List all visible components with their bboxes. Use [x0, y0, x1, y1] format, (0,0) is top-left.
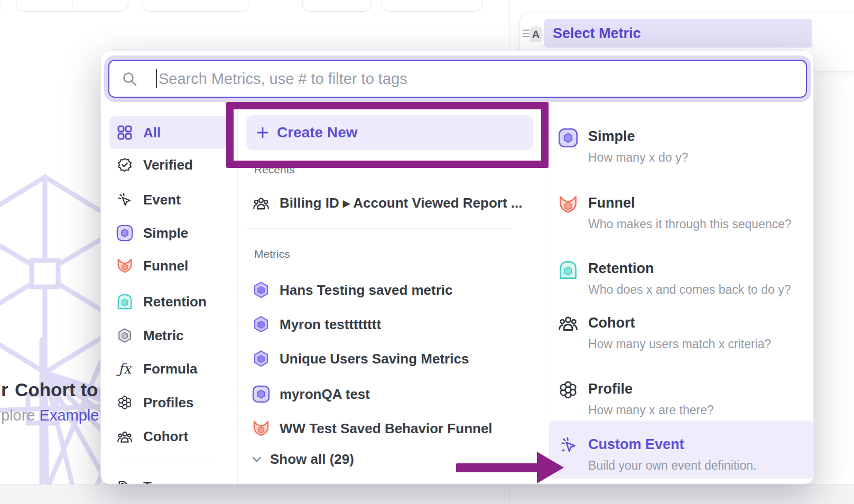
- empty-state-subtext: plore Example R: [1, 407, 114, 424]
- tag-icon: [116, 479, 134, 484]
- type-retention[interactable]: RetentionWho does x and comes back to do…: [548, 259, 813, 297]
- type-cohort[interactable]: CohortHow many users match x criteria?: [548, 313, 813, 352]
- segment-divider: [72, 0, 72, 12]
- sidebar-item-profiles[interactable]: Profiles: [109, 386, 231, 419]
- retention-icon: [116, 293, 134, 310]
- bottom-band-divider: [509, 484, 509, 504]
- profiles-cluster-icon: [558, 380, 579, 399]
- recent-item[interactable]: Billing ID ▸ Account Viewed Report ...: [251, 191, 539, 214]
- granularity-day-button[interactable]: Day: [302, 0, 372, 12]
- metric-purple-hexagon-icon: [251, 281, 271, 299]
- show-all-button[interactable]: Show all (29): [251, 447, 462, 471]
- metric-hexagon-icon: [116, 328, 134, 343]
- metrics-heading: Metrics: [254, 248, 290, 260]
- funnel-icon: [251, 419, 271, 437]
- cohort-people-icon: [558, 314, 579, 332]
- sidebar-divider: [117, 462, 222, 462]
- type-funnel[interactable]: FunnelWho makes it through this sequence…: [548, 193, 813, 232]
- date-range-control[interactable]: 12M YTD: [16, 0, 128, 12]
- type-simple[interactable]: SimpleHow many x do y?: [548, 127, 813, 165]
- sidebar-item-event[interactable]: Event: [109, 183, 231, 216]
- funnel-icon: [558, 194, 579, 214]
- metric-list-item[interactable]: Unique Users Saving Metrics: [251, 347, 539, 370]
- metric-purple-hexagon-icon: [251, 350, 271, 368]
- drag-handle-icon[interactable]: [523, 30, 530, 38]
- sidebar-item-formula[interactable]: ƒx Formula: [109, 352, 231, 385]
- sidebar-item-funnel[interactable]: Funnel: [109, 249, 231, 282]
- simple-icon: [251, 385, 271, 403]
- chevron-down-icon: [251, 454, 263, 464]
- bottom-band: [0, 484, 854, 504]
- sidebar-item-cohort[interactable]: Cohort: [109, 420, 231, 453]
- search-icon: [122, 71, 137, 86]
- sidebar-item-tags[interactable]: Tags: [109, 470, 231, 484]
- verified-badge-icon: [116, 157, 134, 172]
- compare-button[interactable]: Compare: [142, 0, 249, 12]
- metric-search-input[interactable]: Search Metrics, use # to filter to tags: [108, 60, 807, 98]
- simple-icon: [116, 225, 134, 241]
- sidebar-item-metric[interactable]: Metric: [109, 319, 231, 352]
- type-custom-event[interactable]: Custom EventBuild your own event definit…: [548, 435, 813, 473]
- annotation-arrow-head: [537, 452, 564, 483]
- formula-fx-icon: ƒx: [116, 361, 134, 377]
- all-grid-icon: [116, 125, 134, 140]
- annotation-arrow: [456, 463, 538, 472]
- cohort-people-icon: [251, 196, 271, 210]
- section-divider: [247, 228, 512, 229]
- sidebar-item-verified[interactable]: Verified: [109, 148, 231, 181]
- sidebar-item-retention[interactable]: Retention: [109, 285, 231, 318]
- metric-list-item[interactable]: WW Test Saved Behavior Funnel: [251, 417, 539, 440]
- series-a-badge: A: [530, 26, 542, 42]
- funnel-icon: [116, 257, 134, 274]
- text-cursor: [156, 69, 157, 88]
- select-metric-pill[interactable]: Select Metric: [544, 19, 812, 48]
- profiles-cluster-icon: [116, 395, 134, 410]
- sidebar-item-all[interactable]: All: [109, 116, 231, 149]
- toolbar-edge-button[interactable]: [0, 0, 2, 12]
- search-placeholder: Search Metrics, use # to filter to tags: [159, 70, 407, 88]
- metric-list-item[interactable]: Myron testttttttt: [251, 313, 539, 336]
- chart-type-line-button[interactable]: Line: [382, 0, 482, 12]
- custom-event-icon: [558, 436, 579, 454]
- type-profile[interactable]: ProfileHow many x are there?: [548, 379, 813, 418]
- retention-icon: [558, 260, 579, 280]
- simple-icon: [558, 128, 579, 148]
- metric-purple-hexagon-icon: [251, 315, 271, 333]
- cohort-people-icon: [116, 430, 134, 443]
- event-cursor-icon: [116, 192, 134, 207]
- sidebar-item-simple[interactable]: Simple: [109, 217, 231, 249]
- annotation-highlight-box: [226, 102, 549, 168]
- metric-list-item[interactable]: myronQA test: [251, 382, 539, 406]
- metric-list-item[interactable]: Hans Testing saved metric: [251, 278, 539, 302]
